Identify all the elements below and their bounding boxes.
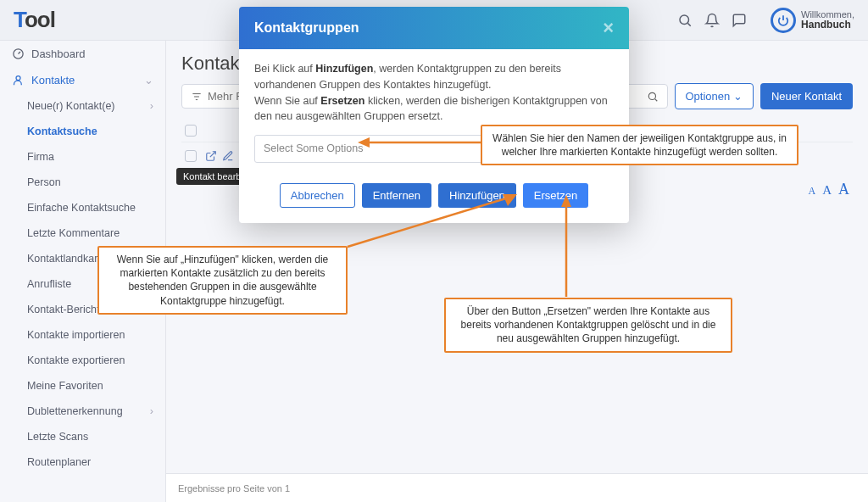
annotation-add: Wenn Sie auf „Hinzufügen" klicken, werde… [97,246,348,315]
close-icon[interactable]: × [603,19,614,37]
add-button[interactable]: Hinzufügen [438,183,516,208]
annotation-select: Wählen Sie hier den Namen der jeweiligen… [481,125,798,165]
cancel-button[interactable]: Abbrechen [280,183,355,208]
replace-button[interactable]: Ersetzen [523,183,588,208]
modal-header: Kontaktgruppen × [239,7,629,49]
modal-footer: Abbrechen Entfernen Hinzufügen Ersetzen [239,175,629,223]
kontaktgruppen-modal: Kontaktgruppen × Bei Klick auf Hinzufüge… [239,7,629,223]
annotation-replace: Über den Button „Ersetzen" werden Ihre K… [444,298,732,353]
remove-button[interactable]: Entfernen [362,183,431,208]
modal-title: Kontaktgruppen [254,20,359,36]
